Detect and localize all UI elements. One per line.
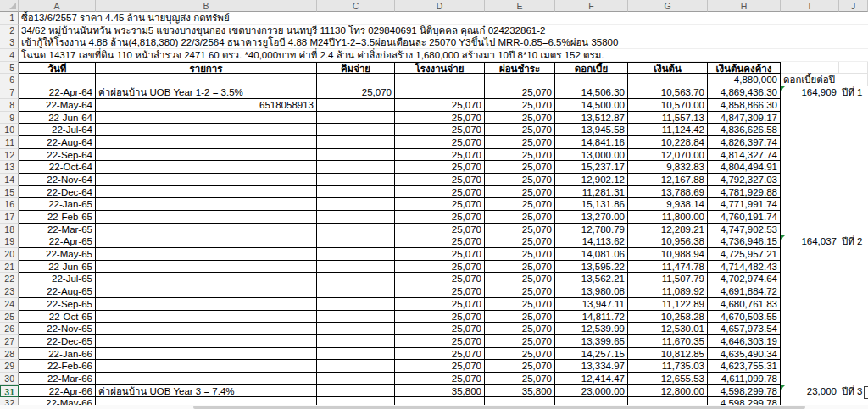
cell-E28[interactable]: 25,070 <box>485 348 555 361</box>
cell-D26[interactable]: 25,070 <box>395 323 485 335</box>
note-cell-1[interactable]: ซื้อ13/6/2557 ราคา 4.45 ล้าน นายบุญส่ง ก… <box>19 12 868 25</box>
row-header-10[interactable]: 10 <box>0 124 19 136</box>
cell-C31[interactable] <box>317 385 395 398</box>
cell-H19[interactable]: 4,736,946.15 <box>708 235 781 248</box>
cell-G10[interactable]: 11,124.42 <box>628 124 708 136</box>
cell-H21[interactable]: 4,714,482.43 <box>708 261 781 274</box>
note-cell-2[interactable]: 34/62 หมู่บ้านนันทวัน พระราม5 แขวงบางขุน… <box>19 25 868 37</box>
cell-B28[interactable] <box>96 348 317 361</box>
row-header-30[interactable]: 30 <box>0 373 19 385</box>
cell-H29[interactable]: 4,623,755.31 <box>708 360 781 373</box>
cell-J21[interactable] <box>839 261 868 274</box>
selected-cell-fragment[interactable] <box>864 386 868 399</box>
column-header-B[interactable]: B <box>96 0 317 12</box>
cell-E7[interactable]: 25,070 <box>485 86 555 99</box>
cell-H9[interactable]: 4,847,309.17 <box>708 112 781 124</box>
cell-E17[interactable]: 25,070 <box>485 211 555 224</box>
cell-F12[interactable]: 13,000.00 <box>555 149 628 162</box>
cell-H30[interactable]: 4,611,099.78 <box>708 373 781 385</box>
cell-F25[interactable]: 14,811.72 <box>555 311 628 323</box>
cell-D18[interactable]: 25,070 <box>395 224 485 236</box>
cell-F8[interactable]: 14,500.00 <box>555 99 628 112</box>
column-header-H[interactable]: H <box>708 0 781 12</box>
cell-E26[interactable]: 25,070 <box>485 323 555 335</box>
row-header-5[interactable]: 5 <box>0 62 19 75</box>
row-header-6[interactable]: 6 <box>0 74 19 86</box>
cell-E29[interactable]: 25,070 <box>485 360 555 373</box>
row-header-7[interactable]: 7 <box>0 86 19 99</box>
cell-F6[interactable] <box>555 74 628 86</box>
cell-F17[interactable]: 13,270.00 <box>555 211 628 224</box>
cell-E18[interactable]: 25,070 <box>485 224 555 236</box>
cell-G18[interactable]: 12,289.21 <box>628 224 708 236</box>
cell-G24[interactable]: 11,122.89 <box>628 298 708 311</box>
cell-H31[interactable]: 4,598,299.78 <box>708 385 781 398</box>
cell-G31[interactable]: 12,800.00 <box>628 385 708 398</box>
cell-G25[interactable]: 10,258.28 <box>628 311 708 323</box>
cell-D21[interactable]: 25,070 <box>395 261 485 274</box>
header-cell-A[interactable]: วันที่ <box>19 62 96 75</box>
cell-F18[interactable]: 12,780.79 <box>555 224 628 236</box>
cell-F9[interactable]: 13,512.87 <box>555 112 628 124</box>
cell-G12[interactable]: 12,070.00 <box>628 149 708 162</box>
cell-D16[interactable]: 25,070 <box>395 198 485 211</box>
cell-H27[interactable]: 4,646,303.19 <box>708 335 781 348</box>
column-header-J[interactable]: J <box>839 0 868 12</box>
cell-C21[interactable] <box>317 261 395 274</box>
row-header-19[interactable]: 19 <box>0 235 19 248</box>
column-header-C[interactable]: C <box>317 0 395 12</box>
cell-G16[interactable]: 9,938.14 <box>628 198 708 211</box>
cell-E9[interactable]: 25,070 <box>485 112 555 124</box>
cell-B16[interactable] <box>96 198 317 211</box>
cell-E30[interactable]: 25,070 <box>485 373 555 385</box>
cell-C8[interactable] <box>317 99 395 112</box>
cell-I8[interactable] <box>781 99 839 112</box>
cell-C24[interactable] <box>317 298 395 311</box>
horizontal-scrollbar[interactable] <box>0 405 868 409</box>
row-header-23[interactable]: 23 <box>0 285 19 298</box>
header-cell-H[interactable]: เงินต้นคงค้าง <box>708 62 781 75</box>
cell-E23[interactable]: 25,070 <box>485 285 555 298</box>
row-header-12[interactable]: 12 <box>0 149 19 162</box>
cell-B11[interactable] <box>96 136 317 149</box>
cell-I20[interactable] <box>781 248 839 261</box>
cell-H22[interactable]: 4,702,974.64 <box>708 273 781 285</box>
cell-F19[interactable]: 14,113.62 <box>555 235 628 248</box>
cell-J11[interactable] <box>839 136 868 149</box>
row-header-11[interactable]: 11 <box>0 136 19 149</box>
cell-A10[interactable]: 22-Jul-64 <box>19 124 96 136</box>
cell-J25[interactable] <box>839 311 868 323</box>
row-header-8[interactable]: 8 <box>0 99 19 112</box>
header-cell-C[interactable]: คิมจ่าย <box>317 62 395 75</box>
cell-A23[interactable]: 22-Aug-65 <box>19 285 96 298</box>
cell-B20[interactable] <box>96 248 317 261</box>
row-header-26[interactable]: 26 <box>0 323 19 335</box>
cell-D11[interactable]: 25,070 <box>395 136 485 149</box>
cell-G14[interactable]: 12,167.88 <box>628 174 708 186</box>
cell-I23[interactable] <box>781 285 839 298</box>
cell-G27[interactable]: 11,670.35 <box>628 335 708 348</box>
cell-F21[interactable]: 13,595.22 <box>555 261 628 274</box>
cell-H16[interactable]: 4,771,991.74 <box>708 198 781 211</box>
cell-I16[interactable] <box>781 198 839 211</box>
header-cell-J[interactable] <box>839 62 868 75</box>
cell-C17[interactable] <box>317 211 395 224</box>
cell-G29[interactable]: 11,735.03 <box>628 360 708 373</box>
cell-B13[interactable] <box>96 161 317 174</box>
cell-G22[interactable]: 11,507.79 <box>628 273 708 285</box>
cell-B7[interactable]: ค่าผ่อนบ้าน UOB Year 1-2 = 3.5% <box>96 86 317 99</box>
cell-C23[interactable] <box>317 285 395 298</box>
cell-H15[interactable]: 4,781,929.88 <box>708 186 781 199</box>
cell-D25[interactable]: 25,070 <box>395 311 485 323</box>
cell-I7[interactable]: 164,909 <box>781 86 839 99</box>
cell-E22[interactable]: 25,070 <box>485 273 555 285</box>
cell-H28[interactable]: 4,635,490.34 <box>708 348 781 361</box>
cell-C10[interactable] <box>317 124 395 136</box>
header-cell-I[interactable] <box>781 62 839 75</box>
cell-G23[interactable]: 11,089.92 <box>628 285 708 298</box>
cell-C7[interactable]: 25,070 <box>317 86 395 99</box>
cell-E6[interactable] <box>485 74 555 86</box>
cell-D31[interactable]: 35,800 <box>395 385 485 398</box>
cell-J17[interactable] <box>839 211 868 224</box>
row-header-16[interactable]: 16 <box>0 198 19 211</box>
